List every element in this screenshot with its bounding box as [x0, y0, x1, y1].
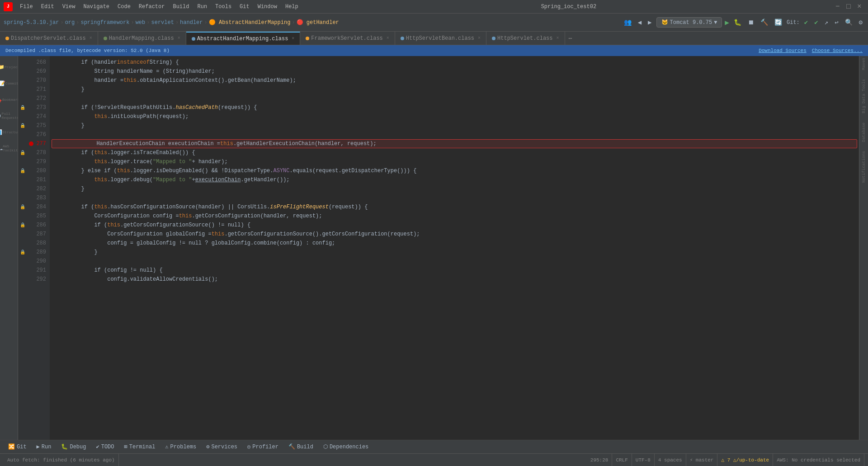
breadcrumb-class[interactable]: 🟠 AbstractHandlerMapping [209, 19, 291, 26]
tab-abstract-handler-mapping[interactable]: AbstractHandlerMapping.class × [186, 32, 301, 45]
breadcrumb-org[interactable]: org [65, 19, 75, 26]
git-check2-icon[interactable]: ✔ [812, 18, 820, 27]
gutter-row-272 [18, 94, 27, 103]
menu-run[interactable]: Run [193, 3, 211, 11]
tab-close-icon[interactable]: × [387, 36, 389, 41]
menu-window[interactable]: Window [254, 3, 281, 11]
sidebar-pull-requests-icon[interactable]: ⬆Pull Requests [2, 108, 16, 123]
menu-view[interactable]: View [59, 3, 79, 11]
search-icon[interactable]: 🔍 [843, 18, 854, 27]
sidebar-maven-label[interactable]: Maven [862, 58, 866, 70]
code-container[interactable]: 🔒 🔒 🔒 🔒 🔒 🔒 🔒 [18, 56, 859, 440]
tab-http-servlet[interactable]: HttpServlet.class × [486, 32, 565, 45]
stop-button[interactable]: ⏹ [746, 18, 756, 27]
tab-close-icon[interactable]: × [178, 36, 180, 41]
terminal-tool-button[interactable]: ⊞ Terminal [120, 442, 160, 452]
tab-close-icon[interactable]: × [478, 36, 481, 41]
run-button[interactable]: ▶ [725, 18, 729, 27]
breadcrumb-jar[interactable]: spring-5.3.10.jar [4, 19, 59, 26]
menu-help[interactable]: Help [282, 3, 302, 11]
tab-label: HandlerMapping.class [109, 35, 174, 42]
menu-file[interactable]: File [16, 3, 37, 11]
close-button[interactable]: × [857, 3, 864, 10]
sidebar-database-label[interactable]: Database [862, 122, 866, 142]
tab-dispatcher-servlet[interactable]: DispatcherServlet.class × [0, 32, 98, 45]
code-line-290 [50, 257, 859, 266]
menu-navigate[interactable]: Navigate [80, 3, 113, 11]
maximize-button[interactable]: □ [846, 3, 854, 10]
left-sidebar: 📁Project 📝Commit 🔖Bookmarks ⬆Pull Reques… [0, 56, 18, 440]
sidebar-commit-icon[interactable]: 📝Commit [2, 76, 16, 90]
settings-icon[interactable]: ⚙ [857, 18, 864, 27]
line-num-279: 279 [27, 157, 50, 166]
status-encoding[interactable]: UTF-8 [632, 454, 655, 466]
breadcrumb-handler[interactable]: handler [180, 19, 203, 26]
menu-refactor[interactable]: Refactor [135, 3, 169, 11]
git-arrow-icon[interactable]: ↗ [823, 18, 830, 27]
tab-close-icon[interactable]: × [292, 36, 294, 41]
build-button[interactable]: 🔨 [759, 18, 770, 27]
menu-tools[interactable]: Tools [212, 3, 235, 11]
todo-tool-button[interactable]: ✔ TODO [91, 442, 118, 452]
undo-icon[interactable]: ↩ [833, 18, 840, 27]
profiler-tool-button[interactable]: ◎ Profiler [243, 442, 283, 452]
menu-code[interactable]: Code [114, 3, 134, 11]
tab-close-icon[interactable]: × [90, 36, 92, 41]
status-aws-text: AWS: No credentials selected [777, 457, 860, 463]
status-git-branch[interactable]: ⚡ master [686, 454, 718, 466]
sidebar-aws-icon[interactable]: ☁AWS Toolkit [2, 141, 16, 155]
forward-icon[interactable]: ▶ [646, 18, 653, 27]
breadcrumb-springframework[interactable]: springframework [80, 19, 129, 26]
status-git-status[interactable]: △ 7 △/up-to-date [717, 454, 773, 466]
download-sources-link[interactable]: Download Sources [759, 48, 807, 53]
sidebar-notifications-label[interactable]: Notifications [862, 151, 866, 183]
services-tool-button[interactable]: ⚙ Services [202, 442, 242, 452]
choose-sources-link[interactable]: Choose Sources... [812, 48, 863, 53]
tab-close-icon[interactable]: × [556, 36, 559, 41]
sidebar-structure-icon[interactable]: 📊Structure [2, 125, 16, 139]
status-aws[interactable]: AWS: No credentials selected [773, 454, 864, 466]
debug-tool-button[interactable]: 🐛 Debug [57, 442, 90, 452]
build-tool-icon: 🔨 [288, 443, 295, 450]
sidebar-bookmarks-icon[interactable]: 🔖Bookmarks [2, 92, 16, 107]
breadcrumb-servlet[interactable]: servlet [151, 19, 174, 26]
status-position[interactable]: 295:28 [587, 454, 613, 466]
code-line-276 [50, 130, 859, 139]
status-auto-fetch[interactable]: Auto fetch: finished (6 minutes ago) [4, 454, 119, 466]
menu-edit[interactable]: Edit [38, 3, 58, 11]
sidebar-project-icon[interactable]: 📁Project [2, 60, 16, 74]
code-line-281: this.logger.debug("Mapped to " + executi… [50, 175, 859, 184]
tab-handler-mapping[interactable]: HandlerMapping.class × [98, 32, 186, 45]
status-indent[interactable]: 4 spaces [655, 454, 686, 466]
tomcat-selector[interactable]: 🐱 Tomcat 9.0.75 ▼ [656, 17, 722, 28]
todo-tool-label: TODO [101, 444, 114, 450]
dependencies-tool-button[interactable]: ⬡ Dependencies [319, 442, 373, 452]
gutter-row-286: 🔒 [18, 221, 27, 230]
reload-icon[interactable]: 🔄 [773, 18, 784, 27]
gutter-row-288 [18, 239, 27, 248]
debug-button[interactable]: 🐛 [732, 18, 743, 27]
breadcrumb-web[interactable]: web [136, 19, 146, 26]
people-icon[interactable]: 👥 [622, 18, 633, 27]
tab-framework-servlet[interactable]: FrameworkServlet.class × [300, 32, 395, 45]
gutter-row-274 [18, 112, 27, 121]
problems-tool-button[interactable]: ⚠ Problems [160, 442, 201, 452]
sidebar-bigdata-label[interactable]: Big Data Tools [862, 79, 866, 113]
menu-build[interactable]: Build [169, 3, 193, 11]
gutter-row-273: 🔒 [18, 103, 27, 112]
back-icon[interactable]: ◀ [636, 18, 643, 27]
status-line-sep[interactable]: CRLF [612, 454, 632, 466]
tabs-overflow-button[interactable]: ⋯ [565, 35, 576, 42]
minimize-button[interactable]: − [835, 3, 843, 10]
menu-git[interactable]: Git [236, 3, 253, 11]
line-num-280: 280 [27, 166, 50, 175]
code-line-274: this.initLookupPath(request); [50, 112, 859, 121]
build-tool-button[interactable]: 🔨 Build [284, 442, 318, 452]
git-check-icon[interactable]: ✔ [802, 18, 810, 27]
status-line-sep-text: CRLF [616, 457, 627, 463]
tab-label: HttpServlet.class [497, 35, 552, 42]
git-tool-button[interactable]: 🔀 Git [4, 442, 31, 452]
tab-http-servlet-bean[interactable]: HttpServletBean.class × [395, 32, 486, 45]
breadcrumb-method[interactable]: 🔴 getHandler [297, 19, 339, 26]
run-tool-button[interactable]: ▶ Run [32, 442, 56, 452]
